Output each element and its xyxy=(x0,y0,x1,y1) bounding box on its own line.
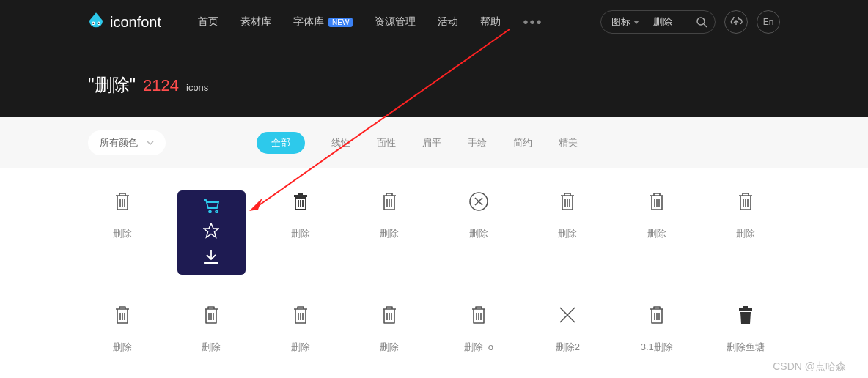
svg-rect-13 xyxy=(743,306,748,308)
icon-label: 删除 xyxy=(647,227,666,240)
logo-text: iconfont xyxy=(110,14,161,31)
x-plain-icon xyxy=(556,304,578,326)
search-button[interactable] xyxy=(691,12,712,32)
result-count: 2124 xyxy=(143,76,179,95)
icon-card[interactable]: 删除 xyxy=(88,190,157,275)
download-icon[interactable] xyxy=(203,249,219,267)
trash-outline-icon xyxy=(378,190,400,212)
new-badge: NEW xyxy=(328,18,353,27)
icon-label: 删除 xyxy=(736,227,755,240)
nav-help[interactable]: 帮助 xyxy=(480,15,501,29)
trash-outline-icon xyxy=(111,304,133,326)
upload-button[interactable] xyxy=(724,10,748,34)
logo[interactable]: iconfont xyxy=(88,12,161,32)
logo-icon xyxy=(88,12,104,32)
icon-label: 删除_o xyxy=(464,341,493,354)
color-filter-label: 所有颜色 xyxy=(100,136,138,149)
icon-card[interactable]: 删除 xyxy=(622,190,691,275)
svg-point-3 xyxy=(98,23,100,24)
filter-tab-simple[interactable]: 简约 xyxy=(513,136,532,149)
nav-materials[interactable]: 素材库 xyxy=(240,15,271,29)
color-filter-dropdown[interactable]: 所有颜色 xyxy=(88,130,166,155)
filter-tab-drawn[interactable]: 手绘 xyxy=(468,136,487,149)
icon-card[interactable]: 删除 xyxy=(444,190,513,275)
nav-resources[interactable]: 资源管理 xyxy=(375,15,416,29)
icon-card[interactable]: 删除 xyxy=(356,190,424,275)
title-row: "删除" 2124 icons xyxy=(88,44,780,97)
icon-card[interactable]: 删除 xyxy=(266,304,335,354)
trash-outline-icon xyxy=(290,304,312,326)
icon-label: 删除 xyxy=(202,341,221,354)
icon-label: 删除 xyxy=(113,341,132,354)
icon-row: 删除 删除 删除 删除 删除_o 删除2 3.1删除 删除鱼塘 xyxy=(88,304,780,354)
icon-card[interactable]: 删除 xyxy=(177,304,246,354)
icon-card-hovered[interactable] xyxy=(177,190,246,275)
nav-more-icon[interactable]: ••• xyxy=(523,14,542,31)
icon-card[interactable]: 删除2 xyxy=(534,304,603,354)
nav-fonts[interactable]: 字体库 NEW xyxy=(293,15,353,29)
icon-card[interactable]: 删除 xyxy=(266,190,335,275)
svg-rect-7 xyxy=(298,193,303,195)
icon-label: 删除 xyxy=(291,341,310,354)
icon-label: 删除 xyxy=(380,341,399,354)
icon-label: 删除 xyxy=(380,227,399,240)
trash-outline-icon xyxy=(646,190,668,212)
icon-grid: 删除 删除 删除 删除 删除 删除 删除 删除 删除 xyxy=(0,168,868,354)
search-term: "删除" xyxy=(88,73,136,97)
filter-tab-linear[interactable]: 线性 xyxy=(331,136,350,149)
search-icon xyxy=(696,16,707,28)
watermark: CSDN @点哈森 xyxy=(773,360,846,374)
navbar: iconfont 首页 素材库 字体库 NEW 资源管理 活动 帮助 ••• 图… xyxy=(88,0,780,44)
add-to-cart-icon[interactable] xyxy=(202,199,220,216)
svg-point-2 xyxy=(92,23,94,24)
filter-tab-all[interactable]: 全部 xyxy=(257,132,305,154)
trash-outline-icon xyxy=(646,304,668,326)
trash-outline-icon xyxy=(200,304,222,326)
icon-card[interactable]: 删除_o xyxy=(444,304,513,354)
circle-x-icon xyxy=(468,190,490,212)
icon-card[interactable]: 删除 xyxy=(534,190,603,275)
nav-fonts-label: 字体库 xyxy=(293,15,324,29)
trash-fill-lid-icon xyxy=(290,190,312,212)
search-type-label: 图标 xyxy=(611,15,630,29)
svg-rect-12 xyxy=(739,308,752,311)
trash-fill-icon xyxy=(735,304,757,326)
icon-card[interactable]: 删除 xyxy=(88,304,157,354)
filter-tab-fine[interactable]: 精美 xyxy=(559,136,578,149)
trash-outline-icon xyxy=(735,190,757,212)
svg-rect-6 xyxy=(294,195,307,197)
search-box: 图标 xyxy=(600,10,716,34)
nav-home[interactable]: 首页 xyxy=(198,15,218,29)
svg-point-4 xyxy=(697,18,705,25)
icon-label: 删除 xyxy=(291,227,310,240)
icon-card[interactable]: 删除 xyxy=(712,190,781,275)
icon-label: 删除鱼塘 xyxy=(727,341,765,354)
filter-bar: 所有颜色 全部 线性 面性 扁平 手绘 简约 精美 xyxy=(0,117,868,168)
filter-tab-filled[interactable]: 面性 xyxy=(377,136,396,149)
svg-line-5 xyxy=(704,24,707,27)
trash-outline-icon xyxy=(468,304,490,326)
icon-card[interactable]: 3.1删除 xyxy=(622,304,691,354)
icon-label: 删除 xyxy=(113,227,132,240)
chevron-down-icon xyxy=(633,21,639,24)
search-type-dropdown[interactable]: 图标 xyxy=(611,15,647,29)
icon-row: 删除 删除 删除 删除 删除 删除 删除 xyxy=(88,190,780,275)
icon-card[interactable]: 删除鱼塘 xyxy=(712,304,781,354)
search-input[interactable] xyxy=(647,17,691,28)
header: iconfont 首页 素材库 字体库 NEW 资源管理 活动 帮助 ••• 图… xyxy=(0,0,868,117)
icon-label: 3.1删除 xyxy=(641,341,673,354)
icon-card[interactable]: 删除 xyxy=(356,304,424,354)
cloud-upload-icon xyxy=(729,17,743,27)
nav-right: 图标 En xyxy=(600,10,780,34)
language-button[interactable]: En xyxy=(757,10,780,34)
icon-label: 删除 xyxy=(558,227,577,240)
language-label: En xyxy=(763,17,774,27)
filter-tabs: 全部 线性 面性 扁平 手绘 简约 精美 xyxy=(257,132,578,154)
nav-items: 首页 素材库 字体库 NEW 资源管理 活动 帮助 ••• xyxy=(198,14,542,31)
result-unit: icons xyxy=(186,82,208,93)
trash-outline-icon xyxy=(378,304,400,326)
trash-outline-icon xyxy=(556,190,578,212)
favorite-icon[interactable] xyxy=(203,223,219,242)
nav-activity[interactable]: 活动 xyxy=(438,15,458,29)
filter-tab-flat[interactable]: 扁平 xyxy=(422,136,441,149)
